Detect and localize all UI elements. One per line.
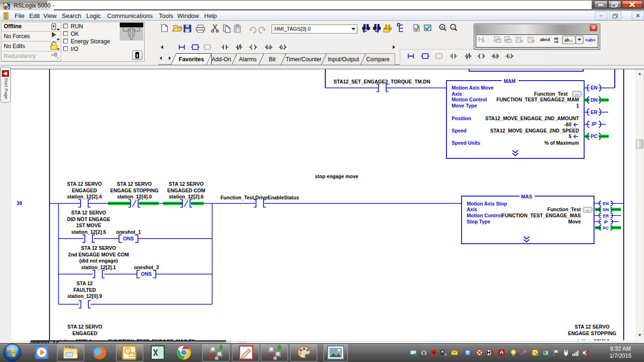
svg-text:Position: Position (452, 115, 471, 121)
svg-text:1ST MOVE: 1ST MOVE (76, 222, 101, 228)
svg-text:STA12_SET_ENGAGE2_TORQUE_TM.DN: STA12_SET_ENGAGE2_TORQUE_TM.DN (334, 79, 430, 84)
svg-text:ER: ER (603, 214, 609, 218)
svg-text:Speed: Speed (452, 128, 467, 133)
svg-text:39: 39 (17, 200, 22, 206)
svg-text:Motion Axis Move: Motion Axis Move (452, 85, 494, 90)
svg-text:EN: EN (603, 201, 609, 206)
svg-text:STA 12: STA 12 (76, 280, 93, 286)
svg-text:DN: DN (590, 97, 597, 103)
svg-text:(did not engage): (did not engage) (79, 258, 118, 263)
svg-text:FUNCTION_TEST_ENGAGE2_MAM: FUNCTION_TEST_ENGAGE2_MAM (496, 97, 579, 102)
svg-text:Stop Type: Stop Type (467, 219, 490, 224)
svg-text:FUNCTION_TEST_ENGAGE_MAS: FUNCTION_TEST_ENGAGE_MAS (502, 213, 581, 218)
svg-text:ENGAGED: ENGAGED (72, 330, 98, 336)
svg-text:Motion Control: Motion Control (452, 97, 487, 102)
svg-text:STA12_MOVE_ENGAGE_2ND_AMOUNT: STA12_MOVE_ENGAGE_2ND_AMOUNT (485, 115, 579, 121)
svg-text:Function_Test: Function_Test (534, 91, 568, 97)
svg-text:STA 12 SERVO: STA 12 SERVO (169, 181, 204, 187)
svg-text:station_12[0].9: station_12[0].9 (67, 293, 102, 299)
svg-text:Axis: Axis (452, 91, 462, 97)
svg-text:station_12[2].1: station_12[2].1 (81, 264, 116, 270)
svg-text:STA 12 SERVO: STA 12 SERVO (71, 210, 106, 215)
svg-text:station_12[2].6: station_12[2].6 (169, 194, 204, 199)
svg-text:STA 12 SERVO: STA 12 SERVO (81, 245, 116, 251)
svg-text:Motion Axis Stop: Motion Axis Stop (467, 201, 507, 206)
svg-text:% of Maximum: % of Maximum (544, 140, 579, 146)
svg-text:PC: PC (603, 226, 609, 230)
svg-text:ENGAGED COM: ENGAGED COM (167, 188, 206, 193)
svg-text:ONS: ONS (141, 271, 152, 277)
svg-text:FAULTED: FAULTED (74, 287, 96, 293)
svg-text:PC: PC (591, 133, 598, 139)
svg-text:station_12[2].5: station_12[2].5 (71, 229, 106, 235)
svg-text:2nd ENGAGE MOVE COM: 2nd ENGAGE MOVE COM (68, 252, 129, 257)
svg-text:Move: Move (568, 219, 581, 224)
svg-text:STA12_MOVE_ENGAGE_2ND_SPEED: STA12_MOVE_ENGAGE_2ND_SPEED (490, 128, 579, 133)
svg-text:MAM: MAM (504, 78, 515, 84)
svg-text:station_12[4].0: station_12[4].0 (117, 194, 152, 199)
svg-text:MAS: MAS (521, 194, 532, 199)
svg-text:ONS: ONS (123, 236, 134, 241)
svg-text:stop engage move: stop engage move (315, 173, 358, 179)
svg-text:Axis: Axis (467, 206, 477, 212)
svg-text:Function_Test.DriveEnableStatu: Function_Test.DriveEnableStatus (221, 195, 299, 200)
svg-text:-60: -60 (564, 122, 571, 127)
svg-text:oneshot_1: oneshot_1 (116, 229, 141, 235)
svg-text:station_12[2].4: station_12[2].4 (67, 194, 102, 199)
svg-text:ENGAGE STOPPING: ENGAGE STOPPING (568, 330, 617, 336)
svg-text:DID NOT ENGAGE: DID NOT ENGAGE (67, 216, 110, 222)
svg-text:EN: EN (591, 85, 598, 90)
svg-text:Speed Units: Speed Units (452, 140, 480, 146)
svg-text:STA 12 SERVO: STA 12 SERVO (67, 324, 102, 329)
svg-text:STA 12 SERVO: STA 12 SERVO (117, 181, 152, 187)
svg-text:oneshot_3: oneshot_3 (134, 264, 159, 270)
svg-text:ENGAGED: ENGAGED (72, 188, 97, 193)
svg-text:1: 1 (576, 103, 579, 108)
svg-text:STA 12 SERVO: STA 12 SERVO (575, 324, 610, 329)
svg-text:ER: ER (591, 109, 598, 115)
svg-text:Motion Control: Motion Control (467, 213, 502, 218)
svg-text:Move Type: Move Type (452, 103, 477, 108)
svg-text:IP: IP (592, 121, 596, 127)
svg-text:...: ... (575, 91, 579, 96)
svg-text:IP: IP (604, 220, 608, 224)
svg-text:Function_Test: Function_Test (547, 206, 581, 212)
svg-text:STA 12 SERVO: STA 12 SERVO (67, 181, 102, 187)
svg-text:5: 5 (569, 133, 571, 139)
svg-text:...: ... (586, 207, 590, 212)
svg-text:DN: DN (603, 207, 609, 212)
svg-text:ENGAGE STOPPING: ENGAGE STOPPING (110, 188, 159, 193)
